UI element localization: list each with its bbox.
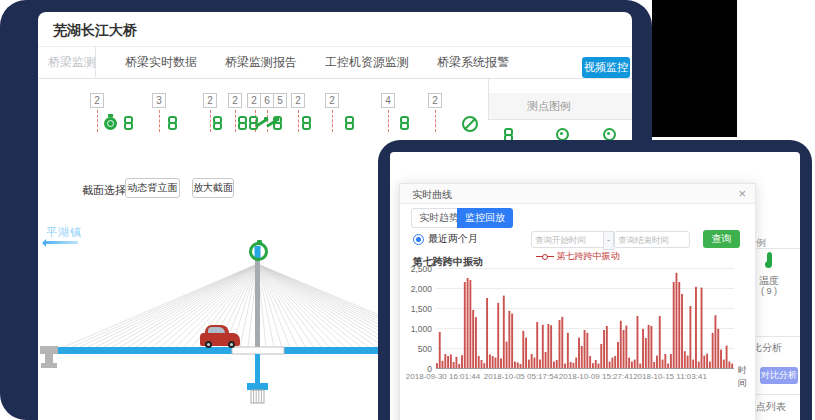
chain-link-icon[interactable] bbox=[345, 116, 354, 130]
sensor-dash-line bbox=[298, 110, 299, 132]
anemometer-icon[interactable] bbox=[249, 242, 268, 261]
query-start-time-input[interactable] bbox=[531, 231, 607, 248]
radio-label: 最近两个月 bbox=[428, 232, 478, 246]
sidebar-temp-count: ( 9 ) bbox=[752, 286, 786, 296]
tab-2[interactable]: 桥梁实时数据 bbox=[125, 47, 197, 77]
close-icon[interactable]: × bbox=[738, 186, 746, 201]
sensor-count-badge: 6 bbox=[260, 93, 274, 108]
town-label: 平湖镇 bbox=[46, 225, 82, 240]
divider bbox=[488, 78, 489, 93]
sensor-dash-line bbox=[332, 110, 333, 132]
x-tick-label: 2018-09-30 16:01:44 bbox=[406, 372, 480, 381]
sensor-count-badge: 5 bbox=[273, 93, 287, 108]
y-tick-label: 500 bbox=[400, 344, 432, 354]
tab-4[interactable]: 工控机资源监测 bbox=[325, 47, 409, 77]
chart-plot-area bbox=[436, 268, 734, 369]
chart-bars bbox=[436, 268, 734, 368]
chain-link-icon[interactable] bbox=[400, 116, 409, 130]
stopwatch-icon[interactable] bbox=[104, 117, 117, 130]
chevron-down-icon: ▼ bbox=[169, 179, 176, 197]
realtime-curve-dialog: 实时曲线 × 实时趋势图 监控回放 最近两个月 - 查询 第七跨跨中振动 第七跨… bbox=[399, 183, 756, 420]
sensor-dash-line bbox=[435, 110, 436, 132]
sensor-dash-line bbox=[235, 110, 236, 132]
legend-label: 第七跨跨中振动 bbox=[557, 251, 620, 261]
y-tick-label: 2,500 bbox=[400, 264, 432, 274]
sensor-count-badge: 2 bbox=[228, 93, 242, 108]
tab-monitor-playback[interactable]: 监控回放 bbox=[457, 208, 513, 228]
sensor-dash-line bbox=[210, 110, 211, 132]
sensor-dash-line bbox=[97, 110, 98, 132]
sensor-count-badge: 2 bbox=[325, 93, 339, 108]
tab-5[interactable]: 桥梁系统报警 bbox=[437, 47, 509, 77]
y-tick-label: 1,000 bbox=[400, 324, 432, 334]
dialog-title: 实时曲线 bbox=[412, 188, 452, 202]
car-wheel bbox=[228, 341, 235, 348]
sensor-count-badge: 2 bbox=[90, 93, 104, 108]
compare-analysis-button[interactable]: 对比分析 bbox=[760, 367, 798, 384]
y-tick-label: 2,000 bbox=[400, 284, 432, 294]
sensor-count-badge: 2 bbox=[247, 93, 261, 108]
car-image bbox=[200, 324, 240, 348]
page-title: 芜湖长江大桥 bbox=[53, 22, 137, 40]
tab-1[interactable]: 桥梁监测 bbox=[48, 47, 96, 77]
car-wheel bbox=[205, 341, 212, 348]
tab-3[interactable]: 桥梁监测报告 bbox=[225, 47, 297, 77]
video-monitor-button[interactable]: 视频监控 bbox=[582, 57, 630, 78]
no-entry-icon[interactable] bbox=[462, 116, 478, 132]
secondary-app-window: 测点图例 温度 ( 9 ) 对比分析 对比分析 全桥测点列表 实时曲线 × 实时… bbox=[390, 152, 800, 420]
x-tick-label: 2018-10-09 15:27:41 bbox=[559, 372, 633, 381]
desktop-black-region bbox=[652, 0, 737, 137]
dialog-header: 实时曲线 × bbox=[400, 184, 755, 204]
sensor-count-badge: 2 bbox=[203, 93, 217, 108]
radio-last-two-months[interactable] bbox=[413, 234, 424, 245]
sensor-count-badge: 2 bbox=[291, 93, 305, 108]
secondary-window-frame: 测点图例 温度 ( 9 ) 对比分析 对比分析 全桥测点列表 实时曲线 × 实时… bbox=[378, 140, 812, 420]
sensor-count-badge: 3 bbox=[152, 93, 166, 108]
chain-link-icon[interactable] bbox=[124, 116, 133, 130]
zoom-section-button[interactable]: 放大截面 bbox=[192, 178, 234, 198]
x-tick-label: 2018-10-05 05:17:54 bbox=[484, 372, 558, 381]
legend-panel-header: 测点图例 bbox=[488, 93, 632, 120]
chain-link-icon[interactable] bbox=[213, 116, 222, 130]
section-select-dropdown[interactable]: 动态背立面 ▼ bbox=[125, 178, 180, 198]
chain-link-icon[interactable] bbox=[168, 116, 177, 130]
chain-link-icon[interactable] bbox=[302, 116, 311, 130]
thermometer-icon[interactable] bbox=[766, 252, 773, 268]
screenshot-canvas: 芜湖长江大桥 桥梁监测桥梁实时数据桥梁监测报告工控机资源监测桥梁系统报警 视频监… bbox=[0, 0, 815, 420]
sensor-dash-line bbox=[388, 110, 389, 132]
sensor-dash-line bbox=[159, 110, 160, 132]
sensor-count-badge: 2 bbox=[428, 93, 442, 108]
legend-panel-title: 测点图例 bbox=[527, 100, 571, 112]
query-button[interactable]: 查询 bbox=[703, 230, 740, 248]
x-tick-label: 2018-10-15 11:03:41 bbox=[633, 372, 707, 381]
x-axis-name: 时间 bbox=[738, 364, 755, 390]
query-end-time-input[interactable] bbox=[614, 231, 690, 248]
chain-link-icon[interactable] bbox=[273, 116, 282, 130]
main-tabbar: 桥梁监测桥梁实时数据桥梁监测报告工控机资源监测桥梁系统报警 bbox=[38, 47, 632, 79]
date-range-separator: - bbox=[603, 231, 614, 250]
sensor-count-badge: 4 bbox=[381, 93, 395, 108]
y-tick-label: 1,500 bbox=[400, 304, 432, 314]
legend-marker-icon bbox=[536, 254, 554, 259]
chain-link-icon[interactable] bbox=[238, 116, 247, 130]
